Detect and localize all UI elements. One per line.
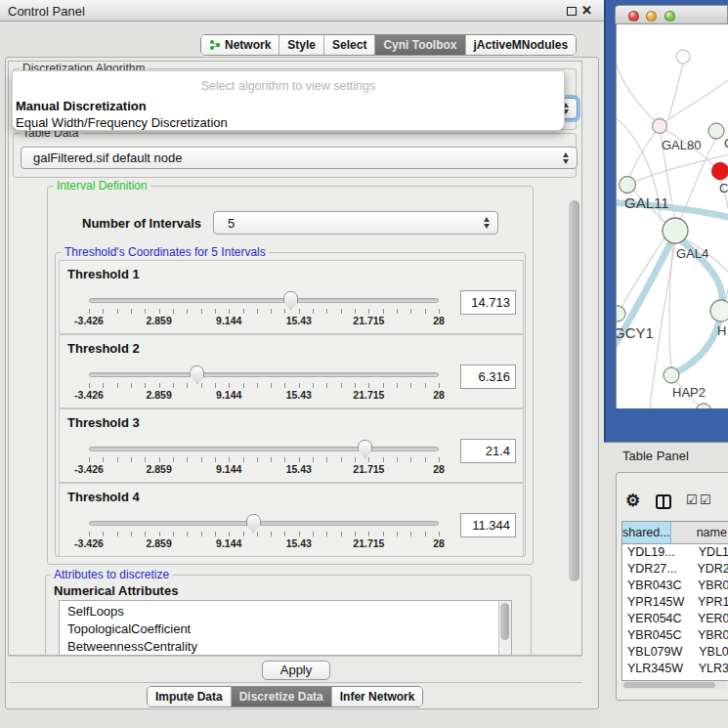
table-cell-shared-name[interactable]: YBR043C	[622, 578, 689, 594]
tab-network[interactable]: Network	[201, 35, 278, 55]
application-window: Control Panel ✕ NetworkStyleSelectCyni T…	[0, 0, 728, 728]
network-node[interactable]	[708, 123, 724, 139]
network-node[interactable]	[653, 119, 667, 134]
checkbox-checked-icon[interactable]: ☑	[686, 492, 698, 507]
table-cell-shared-name[interactable]: YDL19...	[622, 544, 690, 561]
threshold-slider-handle[interactable]	[358, 440, 372, 458]
column-header-name[interactable]: name	[671, 522, 728, 543]
close-icon[interactable]: ✕	[581, 3, 592, 18]
table-cell-shared-name[interactable]: YER054C	[622, 611, 689, 627]
table-row[interactable]: YBR043CYBR0	[622, 578, 728, 594]
threshold-slider-track[interactable]	[89, 447, 439, 451]
network-node[interactable]	[676, 50, 690, 64]
algorithm-option-manual-discretization[interactable]: Manual Discretization	[16, 99, 147, 113]
float-window-icon[interactable]	[567, 7, 577, 16]
slider-tick-marks	[89, 383, 440, 388]
gear-icon[interactable]: ⚙	[625, 491, 640, 511]
tab-select[interactable]: Select	[323, 35, 374, 55]
table-row[interactable]: YLR345WYLR3	[622, 661, 728, 677]
table-cell-name[interactable]: YDL1	[690, 544, 728, 561]
slider-tick-label: -3.426	[74, 463, 104, 475]
attribute-list-item[interactable]: SelfLoops	[60, 603, 511, 621]
table-row[interactable]: YBR045CYBR0	[622, 627, 728, 644]
network-node[interactable]	[617, 306, 625, 321]
table-cell-name[interactable]: YDR2	[688, 561, 728, 578]
tab-label: Select	[332, 38, 366, 52]
numerical-attributes-list[interactable]: SelfLoopsTopologicalCoefficientBetweenne…	[59, 600, 512, 656]
table-row[interactable]: YDR27...YDR2	[622, 561, 728, 578]
table-cell-shared-name[interactable]: YLR345W	[622, 661, 690, 677]
algorithm-hint-option[interactable]: Select algorithm to view settings	[13, 79, 564, 93]
threshold-row-2: Threshold 2-3.4262.8599.14415.4321.71528…	[59, 334, 524, 408]
table-row[interactable]: YBL079WYBL0	[622, 644, 728, 661]
minimize-traffic-light[interactable]	[646, 11, 657, 21]
slider-tick-label: 2.859	[146, 537, 171, 549]
threshold-value-field[interactable]: 21.4	[460, 439, 516, 463]
network-edge[interactable]	[669, 242, 673, 367]
table-cell-shared-name[interactable]: YDR27...	[622, 561, 688, 578]
table-row[interactable]: YER054CYER0	[622, 611, 728, 627]
network-node[interactable]	[664, 367, 679, 383]
table-cell-shared-name[interactable]: YBL079W	[622, 644, 690, 661]
threshold-slider-handle[interactable]	[283, 291, 298, 310]
threshold-slider-handle[interactable]	[190, 365, 204, 384]
network-node[interactable]	[710, 300, 728, 321]
threshold-slider-track[interactable]	[89, 521, 439, 526]
network-canvas[interactable]: GAL80GACGAL11GAL4GCY1HHAP2	[616, 24, 728, 408]
tab-cyni-toolbox[interactable]: Cyni Toolbox	[374, 35, 464, 55]
network-node-label: GAL80	[662, 138, 701, 152]
table-row[interactable]: YDL19...YDL1	[622, 544, 728, 561]
network-node[interactable]	[620, 177, 636, 193]
threshold-slider-track[interactable]	[89, 298, 439, 303]
slider-tick-label: 15.43	[286, 537, 312, 549]
number-of-intervals-combo[interactable]: 5	[213, 211, 498, 235]
table-cell-shared-name[interactable]: YPR145W	[622, 594, 689, 611]
table-cell-name[interactable]: YLR3	[690, 661, 728, 677]
network-node[interactable]	[663, 218, 688, 243]
network-edge[interactable]	[650, 243, 675, 408]
network-window-titlebar[interactable]	[615, 5, 728, 24]
network-edge[interactable]	[629, 126, 660, 179]
apply-button[interactable]: Apply	[262, 661, 330, 680]
table-row[interactable]: YPR145WYPR1	[622, 594, 728, 611]
attribute-list-item[interactable]: TopologicalCoefficient	[60, 621, 511, 638]
algorithm-option-equal-width-frequency-discretization[interactable]: Equal Width/Frequency Discretization	[16, 115, 228, 130]
network-edge[interactable]	[660, 75, 728, 126]
main-scrollbar-thumb[interactable]	[569, 200, 579, 581]
tab-impute-data[interactable]: Impute Data	[148, 687, 231, 707]
checkbox-checked-icon[interactable]: ☑	[700, 492, 711, 507]
algorithm-dropdown-popup: Select algorithm to view settings Manual…	[12, 70, 565, 131]
table-horizontal-scrollbar[interactable]	[622, 681, 727, 689]
network-icon	[209, 39, 221, 51]
column-layout-icon[interactable]	[656, 494, 671, 509]
network-node[interactable]	[696, 404, 711, 408]
network-edge-thick[interactable]	[674, 313, 721, 373]
table-cell-name[interactable]: YBR0	[689, 627, 728, 644]
attribute-list-item[interactable]: BetweennessCentrality	[60, 638, 511, 656]
threshold-value-field[interactable]: 14.713	[460, 290, 516, 315]
table-cell-shared-name[interactable]: YBR045C	[622, 627, 689, 644]
table-cell-name[interactable]: YPR1	[689, 594, 728, 611]
zoom-traffic-light[interactable]	[664, 11, 675, 21]
network-edge[interactable]	[617, 62, 660, 126]
tab-discretize-data[interactable]: Discretize Data	[231, 687, 331, 707]
attributes-scrollbar[interactable]	[498, 601, 511, 655]
threshold-value-field[interactable]: 6.316	[460, 364, 516, 389]
threshold-slider-track[interactable]	[89, 372, 439, 377]
combo-stepper-icon	[563, 152, 569, 164]
slider-tick-label: 15.43	[286, 463, 312, 475]
slider-tick-marks	[89, 457, 440, 462]
network-node[interactable]	[712, 163, 728, 180]
table-cell-name[interactable]: YBR0	[689, 578, 728, 594]
tab-infer-network[interactable]: Infer Network	[331, 687, 423, 707]
column-header-shared[interactable]: shared...	[622, 522, 671, 543]
tab-jactivemnodules[interactable]: jActiveMNodules	[465, 35, 577, 55]
threshold-slider-handle[interactable]	[246, 514, 261, 533]
network-node-label: HAP2	[672, 385, 706, 400]
close-traffic-light[interactable]	[628, 11, 639, 21]
table-cell-name[interactable]: YBL0	[690, 644, 728, 661]
tab-style[interactable]: Style	[278, 35, 323, 55]
table-cell-name[interactable]: YER0	[689, 611, 728, 627]
table-data-combo[interactable]: galFiltered.sif default node	[21, 147, 578, 169]
threshold-value-field[interactable]: 11.344	[460, 513, 516, 537]
